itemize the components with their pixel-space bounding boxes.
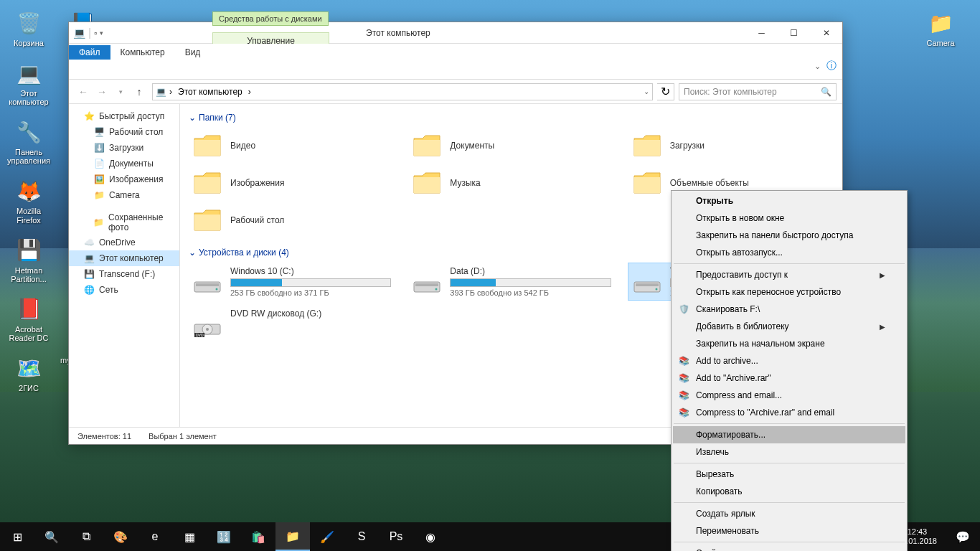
- control-panel[interactable]: 🔧Панель управления: [4, 116, 54, 166]
- tb-app[interactable]: ▦: [172, 522, 207, 551]
- tab-computer[interactable]: Компьютер: [110, 45, 175, 60]
- nav-icon: 💻: [83, 253, 95, 264]
- ctx-Добавить в библиотеку[interactable]: Добавить в библиотеку▶: [673, 318, 905, 335]
- nav-Transcend (F:)[interactable]: 💾Transcend (F:): [69, 266, 179, 282]
- ctx-Вырезать[interactable]: Вырезать: [673, 466, 905, 483]
- close-button[interactable]: ✕: [810, 23, 842, 43]
- nav-icon: ⬇️: [93, 142, 105, 154]
- 2gis[interactable]: 🗺️2ГИС: [4, 352, 54, 394]
- tb-edge[interactable]: e: [138, 522, 172, 551]
- icon-label: 2ГИС: [19, 384, 39, 392]
- ctx-Compress to [interactable]: 📚Compress to "Archive.rar" and email: [673, 404, 905, 421]
- ctx-Compress and email...[interactable]: 📚Compress and email...: [673, 387, 905, 404]
- ribbon-expand[interactable]: ⌄: [814, 62, 821, 71]
- address-bar[interactable]: 💻 › Этот компьютер › ⌄: [152, 83, 653, 100]
- ctx-Закрепить на панели быстрого доступа[interactable]: Закрепить на панели быстрого доступа: [673, 227, 905, 244]
- back-button[interactable]: ←: [75, 83, 92, 100]
- up-button[interactable]: ↑: [131, 83, 148, 100]
- nav-Загрузки[interactable]: ⬇️Загрузки: [69, 140, 179, 156]
- drive-3[interactable]: DVDDVD RW дисковод (G:): [189, 306, 394, 340]
- folder-icon: [192, 169, 223, 197]
- ctx-Открыть в новом окне[interactable]: Открыть в новом окне: [673, 209, 905, 227]
- folder-Музыка[interactable]: Музыка: [408, 166, 613, 200]
- search-input[interactable]: Поиск: Этот компьютер 🔍: [679, 83, 837, 100]
- recycle-bin[interactable]: 🗑️Корзина: [4, 7, 54, 49]
- folder-icon: [631, 169, 663, 197]
- hetman[interactable]: 💾Hetman Partition...: [4, 235, 54, 285]
- refresh-button[interactable]: ↻: [657, 83, 674, 100]
- tb-chrome[interactable]: ◉: [413, 522, 448, 551]
- tb-ps[interactable]: Ps: [379, 522, 413, 551]
- ctx-item-icon: 🛡️: [677, 303, 690, 316]
- tb-paint2[interactable]: 🖌️: [310, 522, 344, 551]
- desktop-icons-right: 📁 Camera: [915, 7, 966, 49]
- nav-Сеть[interactable]: 🌐Сеть: [69, 282, 179, 298]
- ctx-Add to archive...[interactable]: 📚Add to archive...: [673, 352, 905, 369]
- tb-search[interactable]: 🔍: [34, 522, 69, 551]
- qat-sep: |: [88, 27, 91, 39]
- tb-store[interactable]: 🛍️: [241, 522, 275, 551]
- qat-dd[interactable]: ▾: [100, 29, 103, 37]
- ctx-Открыть автозапуск...[interactable]: Открыть автозапуск...: [673, 244, 905, 261]
- folder-Загрузки[interactable]: Загрузки: [628, 128, 834, 163]
- nav-Этот компьютер[interactable]: 💻Этот компьютер: [69, 250, 179, 266]
- ctx-Создать ярлык[interactable]: Создать ярлык: [673, 505, 905, 522]
- nav-Camera[interactable]: 📁Camera: [69, 187, 179, 203]
- acrobat[interactable]: 📕Acrobat Reader DC: [4, 293, 54, 344]
- firefox[interactable]: 🦊Mozilla Firefox: [4, 175, 54, 225]
- folder-label: Загрузки: [670, 141, 705, 151]
- nav-Рабочий стол[interactable]: 🖥️Рабочий стол: [69, 124, 179, 140]
- folder-Видео[interactable]: Видео: [189, 128, 394, 163]
- contextual-tab[interactable]: Средства работы с дисками: [212, 11, 329, 26]
- forward-button[interactable]: →: [93, 83, 110, 100]
- ctx-Свойства[interactable]: Свойства: [673, 545, 905, 551]
- ctx-Сканировать F:\[interactable]: 🛡️Сканировать F:\: [673, 301, 905, 318]
- ctx-Закрепить на начальном экране[interactable]: Закрепить на начальном экране: [673, 335, 905, 352]
- tb-taskview[interactable]: ⧉: [69, 522, 103, 551]
- drive-1[interactable]: Data (D:)393 ГБ свободно из 542 ГБ: [408, 263, 613, 300]
- nav-Изображения[interactable]: 🖼️Изображения: [69, 171, 179, 187]
- nav-Документы[interactable]: 📄Документы: [69, 156, 179, 171]
- breadcrumb-seg[interactable]: ›: [166, 87, 175, 97]
- tb-start[interactable]: ⊞: [0, 522, 34, 551]
- breadcrumb-arrow[interactable]: ›: [245, 87, 254, 97]
- svg-point-2: [216, 288, 218, 291]
- notifications-button[interactable]: 💬: [948, 522, 977, 551]
- folder-Документы[interactable]: Документы: [408, 128, 613, 163]
- ctx-Извлечь[interactable]: Извлечь: [673, 443, 905, 461]
- recycle-bin-icon: 🗑️: [14, 9, 43, 37]
- ctx-Переименовать[interactable]: Переименовать: [673, 522, 905, 540]
- minimize-button[interactable]: ─: [745, 23, 778, 43]
- folder-Рабочий стол[interactable]: Рабочий стол: [189, 203, 394, 237]
- camera-folder[interactable]: 📁 Camera: [915, 7, 966, 49]
- ctx-Предоставить доступ к[interactable]: Предоставить доступ к▶: [673, 266, 905, 283]
- addr-dropdown[interactable]: ⌄: [644, 88, 649, 95]
- this-pc[interactable]: 💻Этот компьютер: [4, 57, 54, 108]
- folder-Изображения[interactable]: Изображения: [189, 166, 394, 200]
- ctx-Add to [interactable]: 📚Add to "Archive.rar": [673, 369, 905, 387]
- help-icon[interactable]: ⓘ: [826, 60, 837, 72]
- ctx-Открыть как переносное устройство[interactable]: Открыть как переносное устройство: [673, 283, 905, 301]
- nav-Быстрый доступ[interactable]: ⭐Быстрый доступ: [69, 108, 179, 124]
- tb-calc[interactable]: 🔢: [207, 522, 241, 551]
- ctx-Копировать[interactable]: Копировать: [673, 483, 905, 500]
- tab-file[interactable]: Файл: [69, 45, 110, 60]
- tab-view[interactable]: Вид: [175, 45, 211, 60]
- folder-label: Музыка: [450, 178, 480, 188]
- svg-text:DVD: DVD: [196, 333, 204, 337]
- folders-group-header[interactable]: ⌄Папки (7): [189, 113, 834, 123]
- maximize-button[interactable]: ☐: [778, 23, 810, 43]
- ctx-Открыть[interactable]: Открыть: [673, 192, 905, 209]
- ctx-separator: [674, 263, 905, 264]
- history-button[interactable]: ▾: [112, 83, 129, 100]
- tb-explorer[interactable]: 📁: [275, 522, 310, 551]
- breadcrumb-this-pc[interactable]: Этот компьютер: [175, 87, 245, 97]
- titlebar[interactable]: 💻 | ▫ ▾ Средства работы с дисками Управл…: [69, 22, 842, 44]
- ctx-Форматировать...[interactable]: Форматировать...: [673, 426, 905, 443]
- qat-btn[interactable]: ▫: [94, 29, 97, 37]
- nav-Сохраненные фото[interactable]: 📁Сохраненные фото: [69, 210, 179, 235]
- tb-skype[interactable]: S: [344, 522, 379, 551]
- nav-OneDrive[interactable]: ☁️OneDrive: [69, 235, 179, 250]
- drive-0[interactable]: Windows 10 (C:)253 ГБ свободно из 371 ГБ: [189, 263, 394, 300]
- tb-paint[interactable]: 🎨: [103, 522, 138, 551]
